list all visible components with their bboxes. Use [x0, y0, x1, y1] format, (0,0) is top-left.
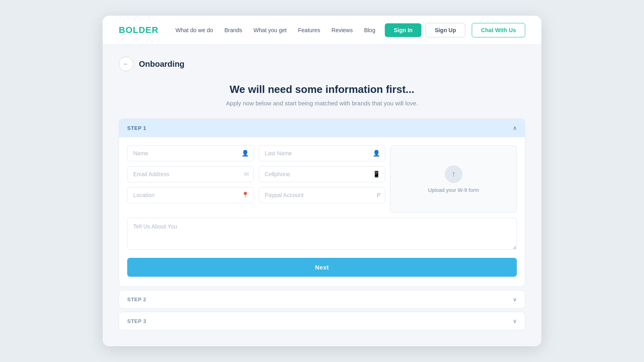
page-title: Onboarding [139, 60, 184, 69]
step1-body: 👤 👤 ✉ [119, 137, 525, 286]
hero-subtext: Apply now below and start being matched … [119, 100, 525, 107]
name-input[interactable] [127, 145, 254, 161]
page-content: ← Onboarding We will need some informati… [103, 45, 541, 346]
app-window: BOLDER What do we do Brands What you get… [103, 16, 541, 346]
about-textarea-wrapper [127, 218, 517, 251]
step3-header[interactable]: STEP 3 ∨ [119, 312, 525, 330]
step2-header[interactable]: STEP 2 ∨ [119, 290, 525, 308]
upload-label: Upload your W-9 form [428, 187, 479, 193]
cellphone-field-wrapper: 📱 [259, 166, 386, 182]
cellphone-input[interactable] [259, 166, 386, 182]
nav-item-reviews[interactable]: Reviews [332, 27, 353, 33]
logo-bold: BOLD [119, 25, 145, 35]
nav-item-brands[interactable]: Brands [224, 27, 242, 33]
logo-accent: E [145, 25, 152, 35]
back-button[interactable]: ← [119, 57, 133, 71]
step3-chevron-down-icon: ∨ [513, 318, 517, 324]
step1-fields-left: 👤 👤 ✉ [127, 145, 385, 203]
step2-panel: STEP 2 ∨ [119, 290, 525, 309]
step1-fields-grid: 👤 👤 ✉ [127, 145, 517, 213]
step2-chevron-down-icon: ∨ [513, 296, 517, 302]
upload-w9-box[interactable]: ↑ Upload your W-9 form [390, 145, 517, 213]
signin-button[interactable]: Sign In [385, 23, 421, 37]
step3-label: STEP 3 [127, 318, 147, 324]
about-textarea[interactable] [127, 218, 517, 250]
signup-button[interactable]: Sign Up [425, 23, 465, 37]
location-input[interactable] [127, 187, 254, 203]
logo-rest: R [152, 25, 159, 35]
hero-section: We will need some information first... A… [119, 83, 525, 107]
step1-header[interactable]: STEP 1 ∧ [119, 119, 525, 137]
upload-icon: ↑ [445, 165, 462, 183]
paypal-input[interactable] [259, 187, 386, 203]
step1-panel: STEP 1 ∧ 👤 [119, 119, 525, 287]
step3-panel: STEP 3 ∨ [119, 312, 525, 330]
paypal-field-wrapper: P [259, 187, 386, 203]
step1-label: STEP 1 [127, 125, 147, 131]
nav-item-what-you-get[interactable]: What you get [254, 27, 287, 33]
email-input[interactable] [127, 166, 254, 182]
navbar: BOLDER What do we do Brands What you get… [103, 16, 541, 45]
nav-item-features[interactable]: Features [298, 27, 320, 33]
chat-button[interactable]: Chat With Us [472, 23, 525, 37]
step2-label: STEP 2 [127, 296, 147, 302]
nav-links: What do we do Brands What you get Featur… [175, 27, 375, 33]
name-field-wrapper: 👤 [127, 145, 254, 161]
back-icon: ← [123, 60, 129, 68]
location-field-wrapper: 📍 [127, 187, 254, 203]
upload-arrow-icon: ↑ [452, 169, 456, 179]
last-name-field-wrapper: 👤 [259, 145, 386, 161]
nav-item-blog[interactable]: Blog [364, 27, 375, 33]
nav-item-what-we-do[interactable]: What do we do [175, 27, 213, 33]
steps-container: STEP 1 ∧ 👤 [119, 119, 525, 330]
logo: BOLDER [119, 25, 159, 35]
hero-heading: We will need some information first... [119, 83, 525, 96]
breadcrumb: ← Onboarding [119, 57, 525, 71]
step1-chevron-up-icon: ∧ [513, 125, 517, 131]
next-button[interactable]: Next [127, 258, 517, 277]
last-name-input[interactable] [259, 145, 386, 161]
email-field-wrapper: ✉ [127, 166, 254, 182]
